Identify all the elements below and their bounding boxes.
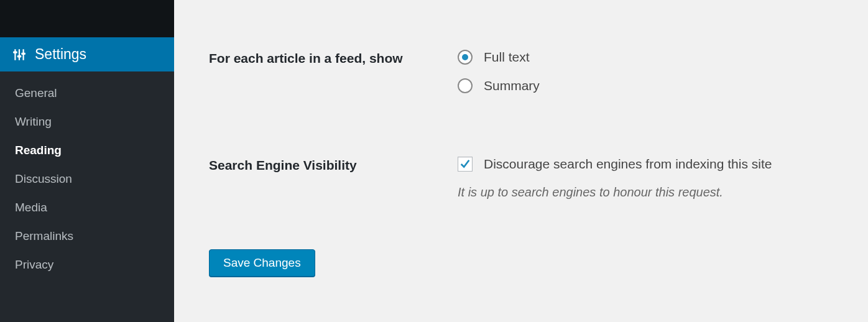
sidebar-item-label: Discussion — [15, 172, 72, 185]
sidebar-item-permalinks[interactable]: Permalinks — [0, 222, 174, 251]
sliders-icon — [12, 48, 26, 62]
row-search-engine-visibility: Search Engine Visibility Discourage sear… — [209, 157, 833, 200]
radio-label: Full text — [484, 50, 530, 65]
row-field-feed: Full text Summary — [458, 50, 833, 107]
radio-option-full-text[interactable]: Full text — [458, 50, 833, 65]
radio-input[interactable] — [458, 50, 473, 65]
sidebar-item-privacy[interactable]: Privacy — [0, 251, 174, 279]
settings-main: For each article in a feed, show Full te… — [174, 0, 868, 322]
svg-rect-3 — [13, 51, 17, 53]
sidebar-item-general[interactable]: General — [0, 79, 174, 108]
sidebar-item-label: Privacy — [15, 258, 53, 271]
check-icon — [459, 159, 471, 170]
sidebar-item-label: Writing — [15, 115, 52, 128]
admin-sidebar: Settings General Writing Reading Discuss… — [0, 0, 174, 322]
sidebar-item-label: Media — [15, 201, 47, 214]
sidebar-item-label: Permalinks — [15, 229, 73, 242]
checkbox-label: Discourage search engines from indexing … — [484, 157, 772, 172]
radio-label: Summary — [484, 78, 540, 93]
row-label-feed: For each article in a feed, show — [209, 50, 458, 66]
svg-rect-0 — [14, 49, 16, 60]
sidebar-items: General Writing Reading Discussion Media… — [0, 71, 174, 279]
app-root: Settings General Writing Reading Discuss… — [0, 0, 868, 322]
sidebar-item-reading[interactable]: Reading — [0, 136, 174, 165]
sev-description: It is up to search engines to honour thi… — [458, 185, 833, 200]
row-feed-article: For each article in a feed, show Full te… — [209, 50, 833, 107]
sidebar-top-spacer — [0, 0, 174, 37]
button-label: Save Changes — [223, 256, 301, 269]
row-field-sev: Discourage search engines from indexing … — [458, 157, 833, 200]
svg-rect-1 — [19, 49, 20, 60]
svg-rect-4 — [17, 55, 22, 57]
submit-row: Save Changes — [209, 249, 833, 277]
save-changes-button[interactable]: Save Changes — [209, 249, 315, 277]
checkbox-option-discourage[interactable]: Discourage search engines from indexing … — [458, 157, 833, 172]
sidebar-section-settings[interactable]: Settings — [0, 37, 174, 71]
sidebar-item-media[interactable]: Media — [0, 193, 174, 222]
svg-rect-5 — [21, 52, 25, 54]
sidebar-item-label: General — [15, 86, 57, 99]
row-label-sev: Search Engine Visibility — [209, 157, 458, 173]
sidebar-item-label: Reading — [15, 144, 62, 157]
checkbox-input[interactable] — [458, 157, 473, 172]
radio-input[interactable] — [458, 78, 473, 93]
sidebar-item-writing[interactable]: Writing — [0, 108, 174, 136]
sidebar-item-discussion[interactable]: Discussion — [0, 165, 174, 193]
sidebar-section-label: Settings — [35, 46, 86, 63]
radio-option-summary[interactable]: Summary — [458, 78, 833, 93]
